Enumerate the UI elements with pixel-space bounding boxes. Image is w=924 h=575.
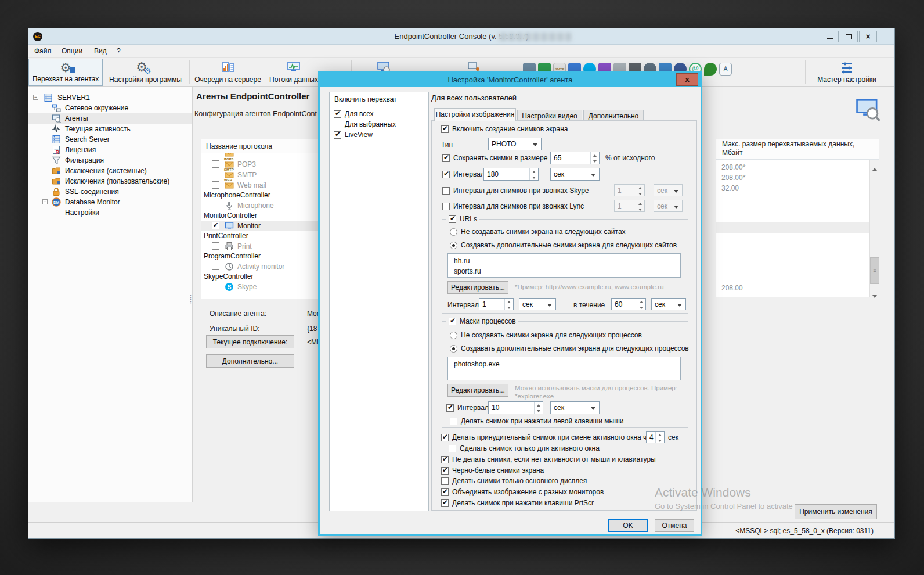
checkbox[interactable] (212, 202, 219, 209)
url-item[interactable]: sports.ru (454, 266, 680, 276)
tab-advanced[interactable]: Дополнительно (583, 110, 644, 121)
urls-interval-unit-dropdown[interactable]: сек (519, 298, 556, 310)
tree-item-exclusions-user[interactable]: Исключения (пользовательские) (28, 176, 192, 186)
protocol-row-webmail[interactable]: WEBWeb mail (201, 180, 333, 191)
tree-item-ssl[interactable]: SSL-соединения (28, 186, 192, 197)
combine-monitors-checkbox[interactable]: Объединять изображение с разных мониторо… (441, 488, 604, 496)
doc-search-app-icon[interactable]: A (719, 63, 732, 76)
protocol-row-activity-monitor[interactable]: Activity monitor (201, 261, 333, 272)
intercept-all-checkbox[interactable]: Для всех (334, 110, 374, 118)
spinner-arrows[interactable] (504, 299, 513, 310)
masks-listbox[interactable]: photoshop.exe (447, 357, 681, 380)
apply-changes-button[interactable]: Применить изменения (795, 504, 877, 519)
toolbar-server-queues[interactable]: Очереди на сервере (192, 59, 264, 86)
menu-view[interactable]: Вид (94, 47, 107, 55)
tree-item-db-settings[interactable]: Настройки (28, 207, 192, 218)
urls-exclude-radio[interactable]: Не создавать снимки экрана на следующих … (450, 228, 626, 236)
menu-options[interactable]: Опции (62, 47, 82, 55)
toolbar-data-streams[interactable]: Потоки данных (265, 59, 323, 86)
masks-include-radio[interactable]: Создавать дополнительные снимки экрана д… (450, 344, 689, 353)
checkbox[interactable] (212, 283, 219, 290)
toolbar-intercept-agents[interactable]: ⚙ Перехват на агентах (28, 59, 103, 86)
urls-during-spinner[interactable]: 60 (611, 298, 646, 310)
masks-exclude-radio[interactable]: Не создавать снимки экрана для следующих… (450, 331, 642, 339)
checkbox[interactable] (212, 171, 219, 178)
close-button[interactable]: × (859, 31, 877, 42)
liveview-checkbox[interactable]: LiveView (334, 131, 373, 139)
black-white-checkbox[interactable]: Черно-белые снимки экрана (441, 466, 544, 475)
dialog-close-button[interactable]: x (676, 73, 698, 86)
checkbox[interactable] (212, 181, 219, 189)
interval-spinner[interactable]: 180 (483, 168, 539, 181)
spinner-arrows[interactable] (529, 168, 538, 180)
scrollbar-thumb[interactable]: ≡ (870, 257, 879, 284)
vertical-scrollbar[interactable]: ≡ (869, 160, 879, 297)
no-activity-checkbox[interactable]: Не делать снимки, если нет активности от… (441, 455, 656, 463)
tree-item-server1[interactable]: − SERVER1 (28, 92, 192, 103)
checkbox[interactable] (212, 263, 219, 270)
tree-item-filtering[interactable]: Фильтрация (28, 155, 192, 166)
selected-row-band[interactable] (716, 222, 879, 233)
masks-interval-checkbox[interactable]: Интервал (446, 404, 489, 412)
tree-item-agents[interactable]: Агенты (28, 113, 192, 124)
checkbox[interactable] (212, 222, 219, 229)
tab-video-settings[interactable]: Настройки видео (517, 110, 582, 121)
spinner-arrows[interactable] (590, 152, 599, 164)
force-snapshot-spinner[interactable]: 4 (646, 431, 665, 443)
minimize-button[interactable] (821, 31, 839, 42)
urls-checkbox[interactable]: URLs (446, 215, 479, 223)
urls-listbox[interactable]: hh.ru sports.ru (447, 253, 681, 278)
tree-item-search-server[interactable]: Search Server (28, 134, 192, 145)
interval-checkbox[interactable]: Интервал (442, 170, 485, 178)
force-snapshot-checkbox[interactable]: Делать принудительный снимок при смене а… (441, 433, 662, 441)
scroll-down-button[interactable] (870, 287, 879, 297)
checkbox[interactable] (212, 160, 219, 168)
tree-item-network[interactable]: Сетевое окружение (28, 103, 192, 113)
max-size-column-header[interactable]: Макс. размер перехватываемых данных, Мба… (716, 139, 879, 160)
left-click-snapshot-checkbox[interactable]: Делать снимок при нажатии левой клавиши … (450, 417, 624, 425)
tree-item-license[interactable]: Лицензия (28, 145, 192, 155)
urls-interval-spinner[interactable]: 1 (479, 298, 514, 310)
icq-app-icon[interactable] (704, 63, 717, 76)
intercept-selected-checkbox[interactable]: Для выбранных (334, 120, 396, 128)
protocol-row-pop3[interactable]: POP3POP3 (201, 159, 333, 170)
tree-item-exclusions-system[interactable]: Исключения (системные) (28, 166, 192, 176)
current-connection-button[interactable]: Текущее подключение: (206, 335, 294, 348)
protocol-row-smtp[interactable]: SMTPSMTP (201, 170, 333, 180)
prtscr-checkbox[interactable]: Делать снимок при нажатии клавиши PrtScr (441, 499, 594, 507)
scroll-up-button[interactable] (870, 160, 879, 170)
enable-screenshots-checkbox[interactable]: Включить создание снимков экрана (441, 125, 568, 133)
spinner-arrows[interactable] (534, 402, 543, 414)
save-size-checkbox[interactable]: Сохранять снимки в размере (442, 154, 547, 162)
url-item[interactable]: hh.ru (454, 256, 680, 266)
mask-item[interactable]: photoshop.exe (454, 359, 680, 369)
protocol-row-microphone[interactable]: Microphone (201, 200, 333, 211)
tree-item-activity[interactable]: Текущая активность (28, 124, 192, 134)
restore-button[interactable] (840, 31, 858, 42)
collapse-icon[interactable]: − (42, 199, 48, 204)
main-display-only-checkbox[interactable]: Делать снимки только основного дисплея (441, 477, 587, 485)
protocol-row-skype[interactable]: Skype (201, 282, 333, 292)
masks-edit-button[interactable]: Редактировать... (447, 384, 508, 397)
checkbox[interactable] (212, 242, 219, 250)
urls-during-unit-dropdown[interactable]: сек (651, 298, 686, 310)
protocol-row-print[interactable]: Print (201, 241, 333, 251)
menu-file[interactable]: Файл (34, 47, 52, 55)
process-masks-checkbox[interactable]: Маски процессов (446, 317, 518, 325)
menu-help[interactable]: ? (117, 47, 121, 55)
cancel-button[interactable]: Отмена (655, 519, 694, 532)
spinner-arrows[interactable] (637, 299, 645, 310)
urls-edit-button[interactable]: Редактировать... (447, 281, 508, 294)
toolbar-program-settings[interactable]: ⚙⚙ Настройки программы (104, 59, 187, 86)
toolbar-setup-wizard[interactable]: Мастер настройки (809, 59, 885, 86)
splitter-handle[interactable]: ⋮⋮ (187, 296, 194, 304)
more-options-button[interactable]: Дополнительно... (206, 354, 294, 368)
interval-unit-dropdown[interactable]: сек (550, 168, 600, 181)
protocol-list-header[interactable]: Название протокола (201, 139, 333, 153)
skype-interval-checkbox[interactable]: Интервал для снимков при звонках Skype (442, 186, 589, 195)
spinner-arrows[interactable] (655, 432, 664, 443)
ok-button[interactable]: OK (608, 519, 648, 532)
collapse-icon[interactable]: − (33, 95, 38, 100)
tab-image-settings[interactable]: Настройки изображения (434, 108, 516, 121)
lync-interval-checkbox[interactable]: Интервал для снимков при звонках Lync (442, 202, 584, 210)
